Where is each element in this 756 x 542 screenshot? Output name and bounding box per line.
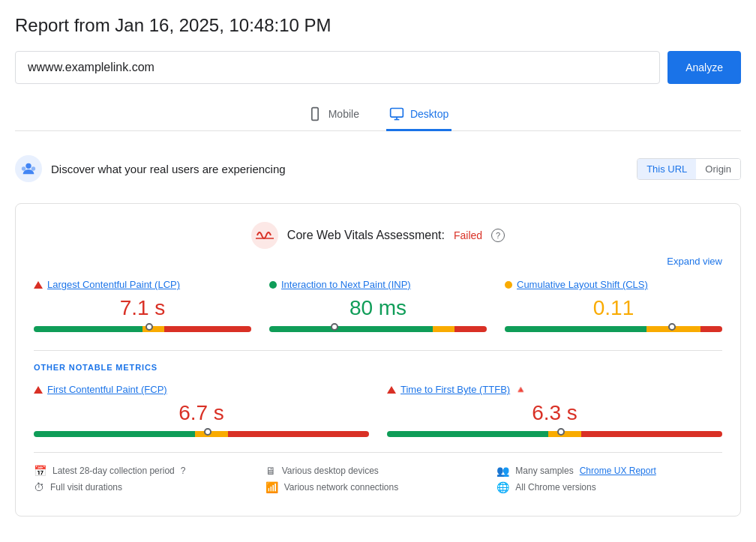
fcp-indicator xyxy=(34,386,43,394)
tab-mobile[interactable]: Mobile xyxy=(304,99,362,131)
toggle-this-url[interactable]: This URL xyxy=(638,159,696,179)
inp-bar xyxy=(269,326,487,332)
ttfb-name[interactable]: Time to First Byte (TTFB) xyxy=(400,384,510,395)
expand-view: Expand view xyxy=(34,255,722,267)
ttfb-marker xyxy=(557,428,565,436)
expand-link[interactable]: Expand view xyxy=(667,256,722,267)
cls-value: 0.11 xyxy=(505,296,722,320)
metric-fcp: First Contentful Paint (FCP) 6.7 s xyxy=(34,384,369,437)
inp-bar-orange xyxy=(433,326,454,332)
url-input[interactable] xyxy=(15,51,660,84)
inp-bar-green xyxy=(269,326,433,332)
ttfb-bar-green xyxy=(387,431,548,437)
metric-lcp: Largest Contentful Paint (LCP) 7.1 s xyxy=(34,279,251,332)
collection-help-icon[interactable]: ? xyxy=(181,466,186,476)
crux-banner: Discover what your real users are experi… xyxy=(15,146,741,191)
cls-bar-red xyxy=(700,326,722,332)
footer-network-connections: 📶 Various network connections xyxy=(266,481,491,493)
fcp-value: 6.7 s xyxy=(34,401,369,425)
cls-indicator xyxy=(505,281,512,289)
inp-indicator xyxy=(269,281,277,289)
tab-desktop[interactable]: Desktop xyxy=(386,99,452,131)
desktop-icon xyxy=(389,106,404,121)
clock-icon: ⏱ xyxy=(34,481,44,493)
other-metrics-row: First Contentful Paint (FCP) 6.7 s Time … xyxy=(34,384,722,437)
core-metrics-row: Largest Contentful Paint (LCP) 7.1 s Int… xyxy=(34,279,722,332)
fcp-marker xyxy=(204,428,212,436)
footer-col1: 📅 Latest 28-day collection period ? ⏱ Fu… xyxy=(34,465,260,498)
report-title: Report from Jan 16, 2025, 10:48:10 PM xyxy=(15,15,741,36)
lcp-indicator xyxy=(34,281,43,289)
ttfb-bar xyxy=(387,431,722,437)
lcp-bar-green xyxy=(34,326,142,332)
lcp-name[interactable]: Largest Contentful Paint (LCP) xyxy=(47,279,180,290)
toggle-origin[interactable]: Origin xyxy=(696,159,740,179)
crux-icon xyxy=(15,155,42,182)
ttfb-extra-icon[interactable]: 🔺 xyxy=(514,384,526,395)
inp-marker xyxy=(331,323,338,331)
chrome-ux-report-link[interactable]: Chrome UX Report xyxy=(580,466,656,476)
fcp-bar-red xyxy=(228,431,369,437)
metric-ttfb: Time to First Byte (TTFB) 🔺 6.3 s xyxy=(387,384,722,437)
footer-desktop-devices: 🖥 Various desktop devices xyxy=(266,465,491,477)
footer-col2: 🖥 Various desktop devices 📶 Various netw… xyxy=(266,465,491,498)
footer-visit-durations: ⏱ Full visit durations xyxy=(34,481,260,493)
footer-samples: 👥 Many samples Chrome UX Report xyxy=(496,465,722,477)
cwv-header: Core Web Vitals Assessment: Failed ? xyxy=(34,222,722,249)
cwv-title: Core Web Vitals Assessment: xyxy=(287,229,445,242)
cwv-help-icon[interactable]: ? xyxy=(491,229,505,242)
svg-rect-2 xyxy=(391,109,404,118)
analyze-button[interactable]: Analyze xyxy=(668,51,741,84)
cls-bar-green xyxy=(505,326,646,332)
chrome-icon: 🌐 xyxy=(496,481,509,493)
footer-collection-period: 📅 Latest 28-day collection period ? xyxy=(34,465,260,477)
cls-bar xyxy=(505,326,722,332)
svg-point-8 xyxy=(251,222,278,249)
calendar-icon: 📅 xyxy=(34,465,46,477)
cwv-status: Failed xyxy=(454,229,482,241)
mobile-icon xyxy=(308,106,322,121)
url-origin-toggle: This URL Origin xyxy=(637,158,741,180)
footer-info: 📅 Latest 28-day collection period ? ⏱ Fu… xyxy=(34,452,722,498)
monitor-icon: 🖥 xyxy=(266,465,276,477)
svg-point-5 xyxy=(26,163,31,169)
footer-col3: 👥 Many samples Chrome UX Report 🌐 All Ch… xyxy=(496,465,722,498)
url-bar: Analyze xyxy=(15,51,741,84)
lcp-marker xyxy=(146,323,153,331)
fcp-name[interactable]: First Contentful Paint (FCP) xyxy=(47,384,167,395)
lcp-bar-red xyxy=(164,326,251,332)
footer-chrome-versions: 🌐 All Chrome versions xyxy=(496,481,722,493)
metric-inp: Interaction to Next Paint (INP) 80 ms xyxy=(269,279,487,332)
wifi-icon: 📶 xyxy=(266,481,278,493)
ttfb-value: 6.3 s xyxy=(387,401,722,425)
svg-rect-0 xyxy=(312,108,318,121)
fcp-bar xyxy=(34,431,369,437)
ttfb-bar-red xyxy=(581,431,722,437)
crux-banner-text: Discover what your real users are experi… xyxy=(51,163,286,175)
other-metrics-label: OTHER NOTABLE METRICS xyxy=(34,363,722,372)
inp-value: 80 ms xyxy=(269,296,487,320)
inp-bar-red xyxy=(454,326,488,332)
lcp-value: 7.1 s xyxy=(34,296,251,320)
svg-point-6 xyxy=(22,166,26,171)
ttfb-indicator xyxy=(387,386,396,394)
section-divider xyxy=(34,350,722,351)
fcp-bar-green xyxy=(34,431,195,437)
cls-name[interactable]: Cumulative Layout Shift (CLS) xyxy=(517,279,648,290)
tabs-container: Mobile Desktop xyxy=(15,99,741,131)
metric-cls: Cumulative Layout Shift (CLS) 0.11 xyxy=(505,279,722,332)
svg-point-7 xyxy=(32,166,35,171)
cls-marker xyxy=(668,323,676,331)
cwv-icon xyxy=(251,222,278,249)
inp-name[interactable]: Interaction to Next Paint (INP) xyxy=(281,279,411,290)
lcp-bar xyxy=(34,326,251,332)
users-icon: 👥 xyxy=(496,465,509,477)
main-card: Core Web Vitals Assessment: Failed ? Exp… xyxy=(15,203,741,517)
